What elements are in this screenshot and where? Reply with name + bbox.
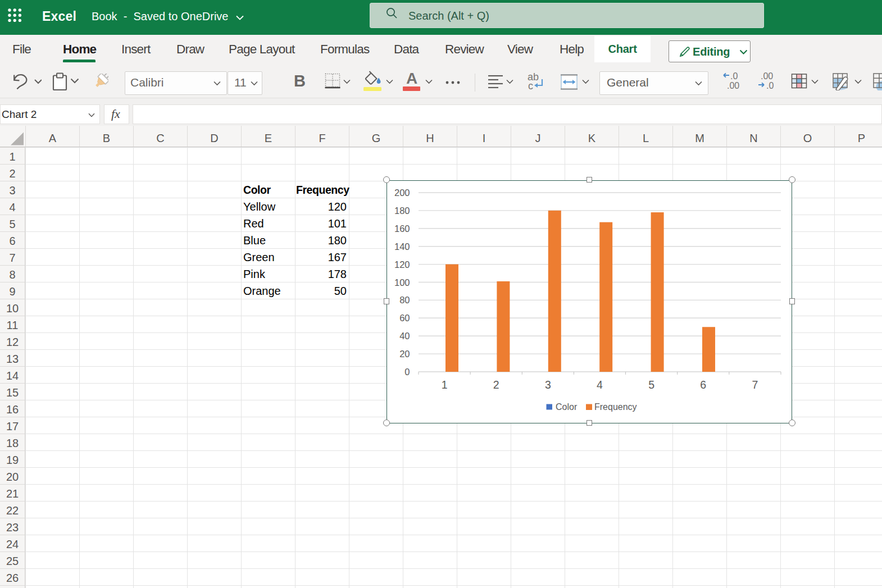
svg-text:200: 200	[394, 188, 410, 198]
svg-text:120: 120	[394, 259, 410, 269]
svg-text:100: 100	[394, 277, 410, 287]
svg-text:20: 20	[399, 349, 410, 359]
svg-text:.0: .0	[766, 81, 774, 90]
svg-text:80: 80	[399, 295, 410, 305]
svg-text:1: 1	[442, 378, 448, 390]
svg-text:0: 0	[404, 367, 410, 377]
svg-text:.00: .00	[761, 71, 773, 81]
svg-text:40: 40	[399, 331, 410, 341]
svg-text:160: 160	[394, 223, 410, 233]
svg-text:A: A	[406, 71, 417, 87]
svg-text:.00: .00	[727, 81, 739, 90]
svg-text:Frequency: Frequency	[594, 402, 637, 412]
svg-text:c: c	[528, 80, 533, 91]
svg-text:Color: Color	[556, 402, 578, 412]
svg-text:5: 5	[648, 378, 654, 390]
svg-text:6: 6	[700, 378, 706, 390]
svg-text:60: 60	[399, 313, 410, 323]
svg-text:4: 4	[597, 378, 603, 390]
svg-text:2: 2	[493, 378, 499, 390]
svg-text:.0: .0	[730, 71, 738, 81]
svg-text:3: 3	[545, 378, 551, 390]
svg-text:7: 7	[752, 378, 758, 390]
svg-text:140: 140	[394, 241, 410, 251]
svg-text:180: 180	[394, 205, 410, 215]
